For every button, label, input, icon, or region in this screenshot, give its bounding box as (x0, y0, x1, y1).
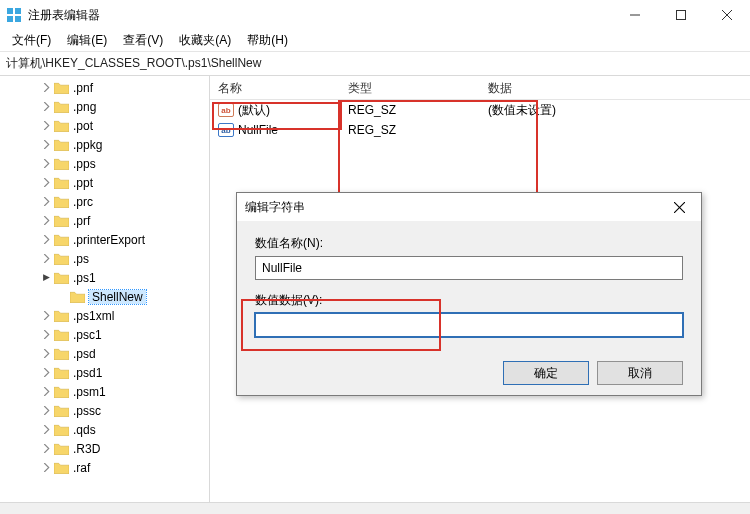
tree-item-label: .pssc (73, 404, 101, 418)
expander-icon[interactable] (40, 254, 52, 263)
regedit-icon (6, 7, 22, 23)
address-bar[interactable]: 计算机\HKEY_CLASSES_ROOT\.ps1\ShellNew (0, 52, 750, 76)
tree-item-label: .psm1 (73, 385, 106, 399)
expander-icon[interactable] (40, 102, 52, 111)
tree-item-label: ShellNew (89, 290, 146, 304)
col-data[interactable]: 数据 (480, 76, 750, 99)
horizontal-scrollbar[interactable] (0, 502, 750, 514)
expander-icon[interactable] (40, 425, 52, 434)
value-name: (默认) (238, 102, 270, 119)
address-text: 计算机\HKEY_CLASSES_ROOT\.ps1\ShellNew (6, 55, 261, 72)
maximize-button[interactable] (658, 0, 704, 30)
expander-icon[interactable] (40, 235, 52, 244)
expander-icon[interactable] (40, 121, 52, 130)
tree-item[interactable]: .ppt (0, 173, 209, 192)
tree-item-label: .qds (73, 423, 96, 437)
tree-item-label: .png (73, 100, 96, 114)
tree-item[interactable]: .pnf (0, 78, 209, 97)
expander-icon[interactable] (40, 159, 52, 168)
expander-icon[interactable] (40, 178, 52, 187)
svg-rect-0 (7, 8, 13, 14)
tree-item[interactable]: .R3D (0, 439, 209, 458)
cancel-button[interactable]: 取消 (597, 361, 683, 385)
expander-icon[interactable] (40, 83, 52, 92)
tree-item[interactable]: .ps1 (0, 268, 209, 287)
expander-icon[interactable] (40, 273, 52, 282)
tree-item[interactable]: .pssc (0, 401, 209, 420)
tree-item[interactable]: .raf (0, 458, 209, 477)
tree-item-label: .ppkg (73, 138, 102, 152)
tree-item[interactable]: .psm1 (0, 382, 209, 401)
svg-rect-2 (7, 16, 13, 22)
tree-item-label: .raf (73, 461, 90, 475)
menu-view[interactable]: 查看(V) (115, 30, 171, 51)
tree-item[interactable]: .png (0, 97, 209, 116)
value-name-input[interactable] (255, 256, 683, 280)
minimize-button[interactable] (612, 0, 658, 30)
menu-edit[interactable]: 编辑(E) (59, 30, 115, 51)
tree-item-label: .prf (73, 214, 90, 228)
dialog-close-button[interactable] (665, 202, 693, 213)
col-type[interactable]: 类型 (340, 76, 480, 99)
tree-item[interactable]: .ps (0, 249, 209, 268)
tree-item-label: .pps (73, 157, 96, 171)
tree-item[interactable]: .psd (0, 344, 209, 363)
list-row[interactable]: abNullFileREG_SZ (210, 120, 750, 140)
expander-icon[interactable] (40, 311, 52, 320)
tree-item[interactable]: .ppkg (0, 135, 209, 154)
tree-item[interactable]: .psc1 (0, 325, 209, 344)
value-type: REG_SZ (340, 101, 480, 119)
menu-favorites[interactable]: 收藏夹(A) (171, 30, 239, 51)
value-data-label: 数值数据(V): (255, 292, 683, 309)
svg-rect-1 (15, 8, 21, 14)
window-title: 注册表编辑器 (28, 7, 612, 24)
col-name[interactable]: 名称 (210, 76, 340, 99)
tree-item-label: .pnf (73, 81, 93, 95)
value-data (480, 128, 750, 132)
expander-icon[interactable] (40, 444, 52, 453)
tree-item[interactable]: .pps (0, 154, 209, 173)
tree-item[interactable]: .psd1 (0, 363, 209, 382)
expander-icon[interactable] (40, 216, 52, 225)
list-row[interactable]: ab(默认)REG_SZ(数值未设置) (210, 100, 750, 120)
ok-button[interactable]: 确定 (503, 361, 589, 385)
tree-item-label: .ps1xml (73, 309, 114, 323)
string-value-icon: ab (218, 123, 234, 137)
menu-help[interactable]: 帮助(H) (239, 30, 296, 51)
tree-item[interactable]: .prc (0, 192, 209, 211)
tree-item-label: .ps (73, 252, 89, 266)
expander-icon[interactable] (40, 349, 52, 358)
edit-string-dialog: 编辑字符串 数值名称(N): 数值数据(V): 确定 取消 (236, 192, 702, 396)
tree-item-label: .psd1 (73, 366, 102, 380)
value-data: (数值未设置) (480, 100, 750, 121)
tree-item[interactable]: .pot (0, 116, 209, 135)
tree-item-label: .psd (73, 347, 96, 361)
expander-icon[interactable] (40, 330, 52, 339)
dialog-titlebar[interactable]: 编辑字符串 (237, 193, 701, 221)
value-name: NullFile (238, 123, 278, 137)
menu-file[interactable]: 文件(F) (4, 30, 59, 51)
tree-item[interactable]: .prf (0, 211, 209, 230)
close-button[interactable] (704, 0, 750, 30)
tree-item-label: .prc (73, 195, 93, 209)
tree-item[interactable]: .printerExport (0, 230, 209, 249)
expander-icon[interactable] (40, 463, 52, 472)
expander-icon[interactable] (40, 406, 52, 415)
expander-icon[interactable] (40, 368, 52, 377)
svg-rect-3 (15, 16, 21, 22)
tree-item[interactable]: .ps1xml (0, 306, 209, 325)
tree-item-label: .psc1 (73, 328, 102, 342)
expander-icon[interactable] (40, 140, 52, 149)
value-name-label: 数值名称(N): (255, 235, 683, 252)
string-value-icon: ab (218, 103, 234, 117)
svg-rect-5 (677, 11, 686, 20)
tree-item-label: .ppt (73, 176, 93, 190)
tree-item-label: .pot (73, 119, 93, 133)
tree-item[interactable]: .qds (0, 420, 209, 439)
tree-item-label: .R3D (73, 442, 100, 456)
value-data-input[interactable] (255, 313, 683, 337)
tree-item[interactable]: ShellNew (0, 287, 209, 306)
tree-pane[interactable]: .pnf.png.pot.ppkg.pps.ppt.prc.prf.printe… (0, 76, 210, 502)
expander-icon[interactable] (40, 387, 52, 396)
expander-icon[interactable] (40, 197, 52, 206)
